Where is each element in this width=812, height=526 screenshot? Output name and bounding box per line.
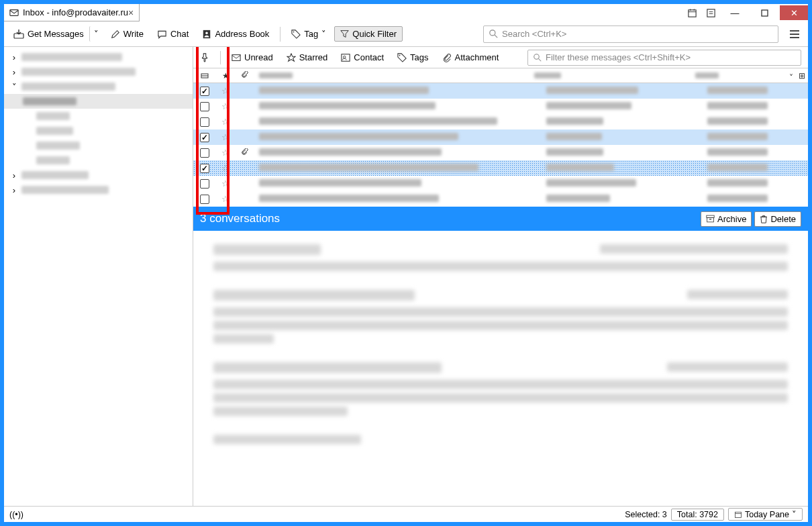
- download-icon: [13, 30, 24, 39]
- filter-messages-input[interactable]: Filter these messages <Ctrl+Shift+K>: [527, 50, 801, 66]
- status-total: Total: 3792: [671, 509, 724, 521]
- pin-filter-icon[interactable]: [197, 51, 212, 64]
- svg-rect-29: [735, 512, 741, 517]
- col-date[interactable]: ˅: [695, 71, 796, 81]
- maximize-button[interactable]: [750, 5, 778, 20]
- col-subject[interactable]: [254, 71, 534, 81]
- message-row[interactable]: ☆: [193, 160, 808, 176]
- sidebar-folder[interactable]: [4, 109, 193, 123]
- svg-rect-27: [707, 217, 714, 222]
- contact-icon: [341, 53, 350, 62]
- filter-icon: [340, 30, 349, 38]
- message-row[interactable]: ☆: [193, 145, 808, 160]
- get-messages-dropdown[interactable]: ˅: [89, 26, 103, 42]
- unread-icon: [232, 54, 241, 62]
- row-checkbox[interactable]: [200, 164, 209, 173]
- filter-starred-button[interactable]: Starred: [284, 50, 331, 64]
- row-star-icon[interactable]: ☆: [216, 101, 235, 111]
- titlebar: Inbox - info@prodavaiter.ru × — ✕: [4, 4, 808, 21]
- row-star-icon[interactable]: ☆: [216, 117, 235, 127]
- sidebar-account[interactable]: ›: [4, 50, 193, 64]
- message-row[interactable]: ☆: [193, 114, 808, 129]
- row-checkbox[interactable]: [200, 195, 209, 204]
- svg-point-13: [490, 30, 495, 36]
- tab-close-icon[interactable]: ×: [128, 7, 134, 18]
- row-star-icon[interactable]: ☆: [216, 132, 235, 142]
- col-attachment[interactable]: [235, 71, 254, 80]
- col-from[interactable]: [534, 71, 695, 81]
- svg-rect-8: [762, 10, 768, 16]
- delete-button[interactable]: Delete: [754, 211, 801, 227]
- col-star[interactable]: ★: [216, 71, 235, 81]
- chat-button[interactable]: Chat: [152, 26, 194, 42]
- row-star-icon[interactable]: ☆: [216, 194, 235, 204]
- message-list-header: ★ ˅ ⊞: [193, 68, 808, 83]
- address-book-button[interactable]: Address Book: [197, 26, 274, 42]
- write-button[interactable]: Write: [105, 26, 149, 42]
- sidebar-account[interactable]: ›: [4, 64, 193, 79]
- chevron-down-icon: ˅: [321, 29, 326, 39]
- today-pane-toggle[interactable]: Today Pane ˅: [728, 508, 803, 521]
- search-input[interactable]: Search <Ctrl+K>: [483, 25, 778, 43]
- archive-button[interactable]: Archive: [701, 211, 752, 227]
- row-star-icon[interactable]: ☆: [216, 86, 235, 96]
- tab-title: Inbox - info@prodavaiter.ru: [23, 7, 128, 17]
- sidebar-folder[interactable]: [4, 153, 193, 168]
- message-row[interactable]: ☆: [193, 99, 808, 114]
- svg-point-22: [534, 54, 540, 59]
- filter-unread-button[interactable]: Unread: [229, 50, 276, 64]
- get-messages-button[interactable]: Get Messages: [8, 26, 89, 42]
- tasks-icon[interactable]: [702, 5, 719, 20]
- message-row[interactable]: ☆: [193, 129, 808, 145]
- status-bar: ((•)) Selected: 3 Total: 3792 Today Pane…: [4, 506, 808, 522]
- row-checkbox[interactable]: [200, 117, 209, 127]
- svg-point-12: [293, 31, 295, 32]
- svg-rect-0: [10, 9, 18, 15]
- tag-button[interactable]: Tag ˅: [286, 26, 332, 42]
- app-menu-button[interactable]: [785, 25, 804, 44]
- status-selected: Selected: 3: [625, 510, 667, 519]
- sidebar-account[interactable]: ›: [4, 168, 193, 182]
- tag-icon: [291, 30, 301, 39]
- minimize-button[interactable]: —: [721, 5, 749, 20]
- activity-icon: ((•)): [9, 510, 23, 519]
- row-checkbox[interactable]: [200, 102, 209, 111]
- svg-rect-26: [707, 215, 714, 217]
- row-checkbox[interactable]: [200, 133, 209, 142]
- message-row[interactable]: ☆: [193, 83, 808, 99]
- sidebar-account-expanded[interactable]: ˅: [4, 79, 193, 94]
- row-star-icon[interactable]: ☆: [216, 148, 235, 158]
- row-checkbox[interactable]: [200, 87, 209, 96]
- sidebar-folder[interactable]: [4, 123, 193, 138]
- message-row[interactable]: ☆: [193, 191, 808, 207]
- message-preview-pane: [193, 231, 808, 506]
- row-star-icon[interactable]: ☆: [216, 163, 235, 173]
- filter-attachment-button[interactable]: Attachment: [440, 50, 502, 64]
- conversation-bar: 3 conversations Archive Delete: [193, 207, 808, 231]
- sidebar-inbox-selected[interactable]: [4, 94, 193, 109]
- row-star-icon[interactable]: ☆: [216, 178, 235, 189]
- message-row[interactable]: ☆: [193, 176, 808, 191]
- row-attachment-icon: [235, 148, 254, 157]
- address-book-icon: [202, 30, 211, 39]
- svg-point-21: [399, 54, 401, 56]
- sidebar-account[interactable]: ›: [4, 182, 193, 197]
- tags-icon: [397, 53, 407, 62]
- col-config-icon[interactable]: ⊞: [796, 71, 808, 81]
- svg-line-14: [495, 35, 497, 38]
- search-icon: [489, 30, 498, 38]
- tab-inbox[interactable]: Inbox - info@prodavaiter.ru ×: [4, 4, 140, 21]
- calendar-icon[interactable]: [683, 5, 701, 20]
- row-checkbox[interactable]: [200, 148, 209, 158]
- filter-tags-button[interactable]: Tags: [395, 50, 431, 64]
- attachment-icon: [442, 53, 452, 62]
- sidebar-folder[interactable]: [4, 138, 193, 153]
- row-checkbox[interactable]: [200, 179, 209, 189]
- svg-point-20: [344, 56, 346, 58]
- filter-toolbar: Unread Starred Contact Tags Attachment F…: [193, 47, 808, 68]
- col-select[interactable]: [193, 72, 216, 80]
- chat-icon: [157, 30, 167, 39]
- quick-filter-button[interactable]: Quick Filter: [334, 26, 403, 42]
- filter-contact-button[interactable]: Contact: [338, 50, 387, 64]
- close-button[interactable]: ✕: [780, 5, 808, 20]
